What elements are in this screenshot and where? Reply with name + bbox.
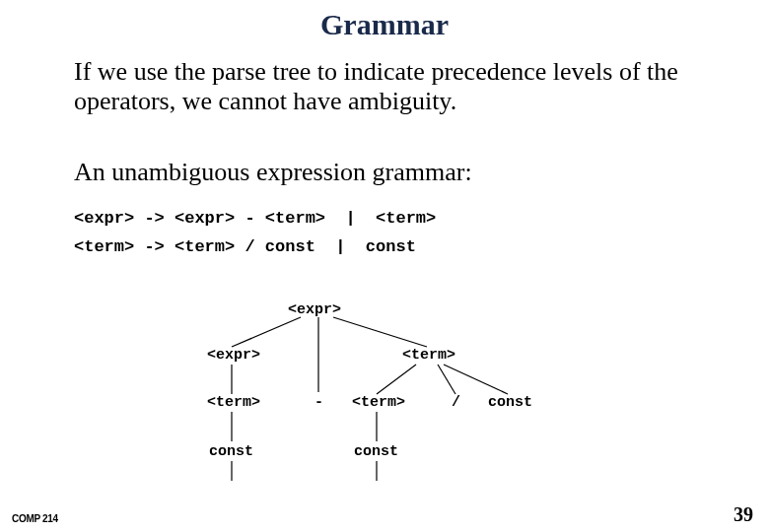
- svg-line-0: [232, 317, 301, 347]
- slide-title: Grammar: [0, 8, 769, 41]
- node-term-left: <term>: [207, 394, 260, 411]
- paragraph-1: If we use the parse tree to indicate pre…: [74, 57, 705, 116]
- node-const-right: const: [488, 394, 532, 411]
- node-term-right: <term>: [402, 347, 455, 364]
- node-slash: /: [452, 394, 460, 411]
- svg-line-2: [333, 317, 427, 347]
- svg-line-6: [377, 365, 416, 394]
- footer-course: COMP 214: [12, 513, 58, 524]
- node-minus: -: [315, 394, 323, 411]
- slide: Grammar If we use the parse tree to indi…: [0, 0, 769, 532]
- node-term-mid: <term>: [352, 394, 405, 411]
- node-root-expr: <expr>: [288, 301, 341, 318]
- node-expr-left: <expr>: [207, 347, 260, 364]
- rule-2: <term> -> <term> / const | const: [74, 237, 416, 256]
- parse-tree: <expr> <expr> - <term> <term> <term> / c…: [148, 276, 621, 493]
- node-const-left: const: [209, 443, 253, 460]
- grammar-rules: <expr> -> <expr> - <term> | <term> <term…: [74, 205, 436, 262]
- footer-page-number: 39: [734, 503, 753, 526]
- rule-1: <expr> -> <expr> - <term> | <term>: [74, 209, 436, 228]
- tree-edges: [148, 276, 621, 493]
- paragraph-2: An unambiguous expression grammar:: [74, 158, 705, 187]
- node-const-mid: const: [354, 443, 398, 460]
